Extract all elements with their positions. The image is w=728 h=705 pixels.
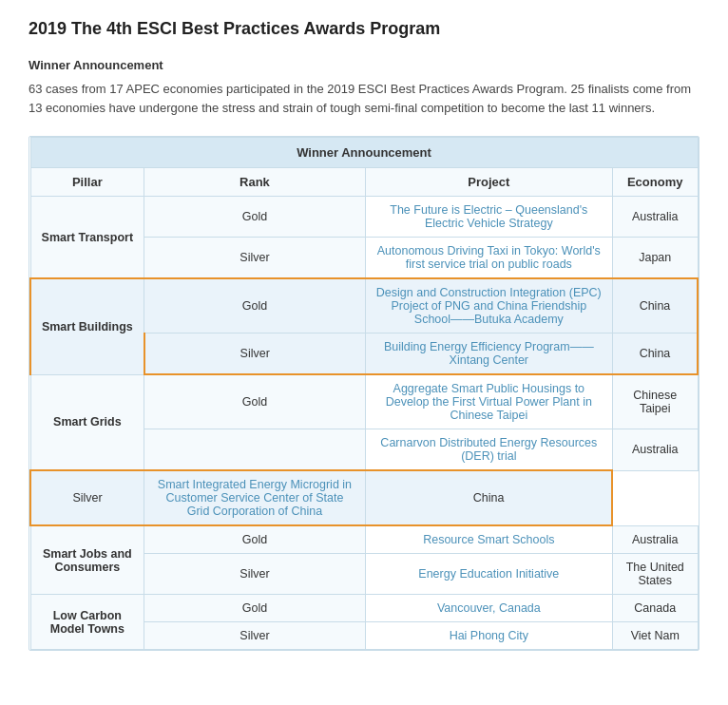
col-header-economy: Economy (612, 168, 698, 197)
economy-australia: Australia (612, 197, 698, 238)
pillar-smart-buildings: Smart Buildings (30, 278, 144, 374)
page-title: 2019 The 4th ESCI Best Practices Awards … (29, 19, 699, 39)
pillar-smart-jobs: Smart Jobs and Consumers (30, 525, 144, 595)
pillar-low-carbon: Low Carbon Model Towns (30, 595, 144, 650)
table-row: Smart Grids Gold Aggregate Smart Public … (30, 374, 698, 429)
rank-gold: Gold (144, 525, 366, 554)
project-hai-phong: Hai Phong City (365, 622, 612, 650)
rank-gold: Gold (144, 278, 366, 333)
economy-china: China (612, 278, 698, 333)
table-row: Smart Jobs and Consumers Gold Resource S… (30, 525, 698, 554)
col-header-project: Project (365, 168, 612, 197)
section-label: Winner Announcement (29, 58, 699, 72)
economy-china-2: China (612, 333, 698, 375)
awards-table-wrapper: Winner Announcement Pillar Rank Project … (29, 136, 699, 651)
project-epc-png: Design and Construction Integration (EPC… (365, 278, 612, 333)
table-main-header-row: Winner Announcement (30, 138, 698, 168)
smart-grids-silver-section: Silver Smart Integrated Energy Microgrid… (30, 470, 698, 525)
smart-buildings-section: Smart Buildings Gold Design and Construc… (30, 278, 698, 374)
economy-japan: Japan (612, 238, 698, 279)
pillar-smart-transport: Smart Transport (30, 197, 144, 279)
pillar-smart-grids: Smart Grids (30, 374, 144, 470)
project-autonomous-taxi: Autonomous Driving Taxi in Tokyo: World'… (365, 238, 612, 279)
project-microgrid: Smart Integrated Energy Microgrid in Cus… (144, 470, 366, 525)
project-virtual-power: Aggregate Smart Public Housings to Devel… (365, 374, 612, 429)
table-row: Smart Buildings Gold Design and Construc… (30, 278, 698, 333)
economy-china-3: China (365, 470, 612, 525)
rank-silver: Silver (144, 238, 366, 279)
awards-table: Winner Announcement Pillar Rank Project … (29, 137, 699, 650)
project-carnarvon: Carnarvon Distributed Energy Resources (… (365, 429, 612, 471)
economy-australia-2: Australia (612, 429, 698, 471)
rank-silver: Silver (144, 554, 366, 595)
project-ev-strategy: The Future is Electric – Queensland's El… (365, 197, 612, 238)
main-header-cell: Winner Announcement (30, 138, 698, 168)
project-energy-education: Energy Education Initiative (365, 554, 612, 595)
economy-australia-3: Australia (612, 525, 698, 554)
economy-chinese-taipei: Chinese Taipei (612, 374, 698, 429)
rank-empty (144, 429, 366, 471)
table-row: Smart Transport Gold The Future is Elect… (30, 197, 698, 238)
table-row: Silver Smart Integrated Energy Microgrid… (30, 470, 698, 525)
rank-silver: Silver (144, 333, 366, 375)
rank-silver: Silver (30, 470, 144, 525)
rank-gold: Gold (144, 197, 366, 238)
table-row: Low Carbon Model Towns Gold Vancouver, C… (30, 595, 698, 622)
table-col-header-row: Pillar Rank Project Economy (30, 168, 698, 197)
project-building-energy: Building Energy Efficiency Program——Xint… (365, 333, 612, 375)
col-header-pillar: Pillar (30, 168, 144, 197)
rank-silver: Silver (144, 622, 366, 650)
intro-text: 63 cases from 17 APEC economies particip… (29, 80, 699, 117)
col-header-rank: Rank (144, 168, 366, 197)
rank-gold: Gold (144, 374, 366, 429)
project-resource-schools: Resource Smart Schools (365, 525, 612, 554)
rank-gold: Gold (144, 595, 366, 622)
project-vancouver: Vancouver, Canada (365, 595, 612, 622)
economy-canada: Canada (612, 595, 698, 622)
economy-viet-nam: Viet Nam (612, 622, 698, 650)
economy-us: The United States (612, 554, 698, 595)
